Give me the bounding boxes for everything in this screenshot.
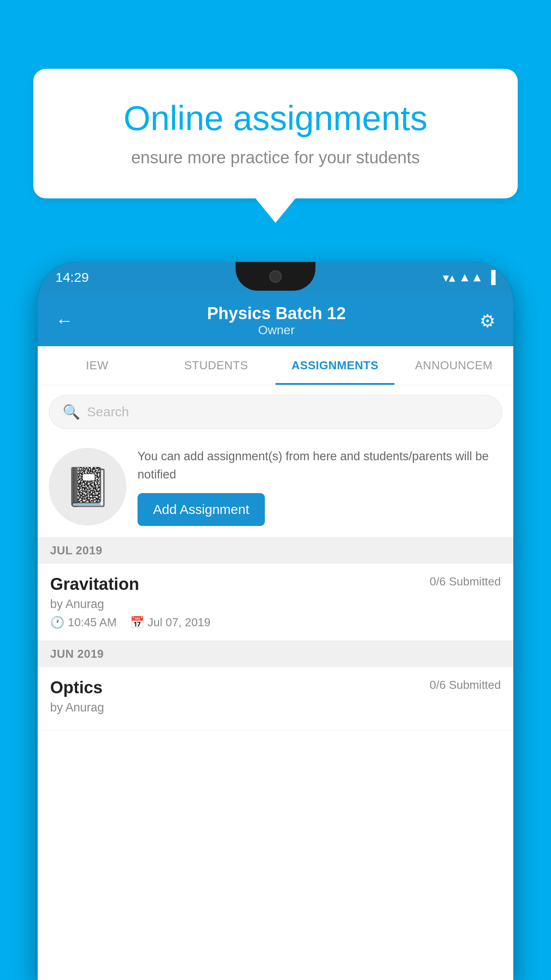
back-arrow-icon[interactable]: ← [55,311,73,331]
promo-section: Online assignments ensure more practice … [33,69,518,223]
assignment-item-top: Gravitation 0/6 Submitted [50,575,501,594]
add-assignment-cta: 📓 You can add assignment(s) from here an… [38,439,513,537]
assignment-author-optics: by Anurag [50,701,501,715]
assignment-item-optics[interactable]: Optics 0/6 Submitted by Anurag [38,667,513,731]
header-title-block: Physics Batch 12 Owner [207,304,346,337]
wifi-icon: ▾▴ [443,270,455,285]
gear-icon[interactable]: ⚙ [480,311,496,331]
assignment-submitted-optics: 0/6 Submitted [430,678,501,692]
signal-icon: ▲▲ [459,270,483,285]
speech-bubble-arrow [256,198,295,223]
tab-announcements[interactable]: ANNOUNCEM [394,346,513,385]
promo-subtitle: ensure more practice for your students [69,148,482,167]
status-time: 14:29 [55,270,89,285]
notebook-icon: 📓 [64,465,111,509]
status-bar: 14:29 ▾▴ ▲▲ ▐ [38,262,513,293]
assignment-date: 📅 Jul 07, 2019 [130,616,211,629]
assignment-time: 🕐 10:45 AM [50,616,117,629]
assignment-title: Gravitation [50,575,139,594]
assignment-submitted: 0/6 Submitted [430,575,501,589]
add-assignment-button[interactable]: Add Assignment [138,493,265,526]
app-header: ← Physics Batch 12 Owner ⚙ [38,293,513,346]
batch-title: Physics Batch 12 [207,304,346,323]
clock-icon: 🕐 [50,616,64,629]
batch-subtitle: Owner [207,323,346,337]
tabs-bar: IEW STUDENTS ASSIGNMENTS ANNOUNCEM [38,346,513,385]
promo-title: Online assignments [69,98,482,139]
month-separator-jul: JUL 2019 [38,537,513,564]
search-placeholder: Search [87,404,129,419]
tab-assignments[interactable]: ASSIGNMENTS [276,346,394,385]
search-bar[interactable]: 🔍 Search [49,395,502,429]
assignment-date-value: Jul 07, 2019 [148,616,211,629]
phone-frame: 14:29 ▾▴ ▲▲ ▐ ← Physics Batch 12 Owner ⚙… [38,262,513,980]
assignment-author: by Anurag [50,597,501,611]
cta-icon-circle: 📓 [49,448,126,526]
cta-description: You can add assignment(s) from here and … [138,447,502,483]
battery-icon: ▐ [487,270,496,285]
calendar-icon: 📅 [130,616,144,629]
search-icon: 🔍 [63,403,80,420]
tab-students[interactable]: STUDENTS [157,346,276,385]
phone-camera [269,270,282,283]
phone-notch [236,262,315,291]
cta-right: You can add assignment(s) from here and … [138,447,502,526]
assignment-item-gravitation[interactable]: Gravitation 0/6 Submitted by Anurag 🕐 10… [38,564,513,641]
speech-bubble-card: Online assignments ensure more practice … [33,69,518,198]
month-separator-jun: JUN 2019 [38,641,513,667]
assignment-title-optics: Optics [50,678,102,697]
assignment-item-top-optics: Optics 0/6 Submitted [50,678,501,697]
assignment-meta: 🕐 10:45 AM 📅 Jul 07, 2019 [50,616,501,629]
phone-content: 🔍 Search 📓 You can add assignment(s) fro… [38,385,513,980]
status-icons: ▾▴ ▲▲ ▐ [443,270,496,285]
tab-iew[interactable]: IEW [38,346,157,385]
assignment-time-value: 10:45 AM [68,616,117,629]
